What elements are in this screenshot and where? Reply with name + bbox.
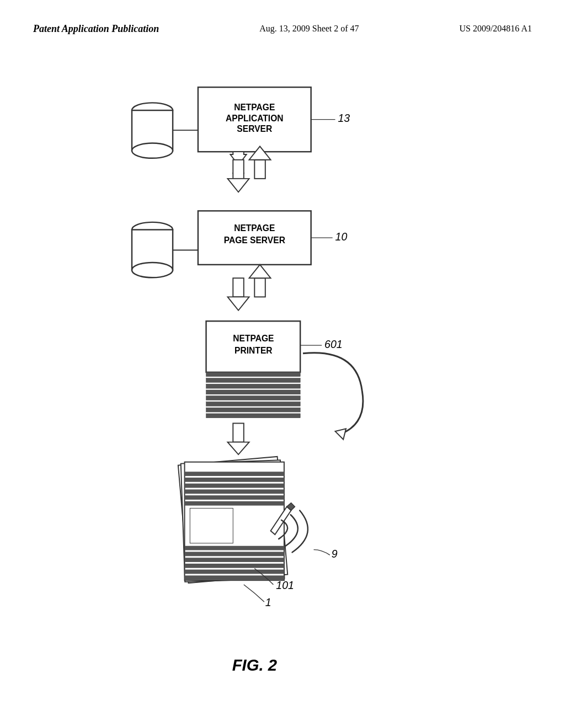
svg-text:SERVER: SERVER	[237, 124, 272, 133]
svg-text:1: 1	[265, 596, 271, 608]
svg-marker-12	[228, 179, 249, 192]
svg-rect-40	[233, 424, 244, 442]
svg-text:9: 9	[332, 548, 338, 560]
svg-text:13: 13	[338, 113, 350, 125]
svg-rect-54	[185, 558, 284, 562]
svg-rect-25	[254, 278, 265, 297]
svg-rect-53	[185, 552, 284, 556]
diagram-area: NETPAGE APPLICATION SERVER 13 NETPAGE PA…	[0, 47, 565, 692]
svg-marker-26	[249, 265, 271, 278]
svg-text:601: 601	[324, 338, 343, 350]
svg-rect-32	[206, 378, 301, 383]
svg-rect-35	[206, 396, 301, 400]
page-header: Patent Application Publication Aug. 13, …	[0, 0, 565, 47]
svg-rect-38	[206, 414, 301, 418]
publication-label: Patent Application Publication	[33, 22, 159, 36]
svg-text:FIG. 2: FIG. 2	[232, 656, 277, 674]
svg-text:10: 10	[335, 231, 348, 243]
svg-rect-47	[185, 484, 284, 488]
svg-rect-49	[185, 495, 284, 500]
svg-rect-51	[190, 508, 233, 543]
date-sheet-label: Aug. 13, 2009 Sheet 2 of 47	[259, 22, 359, 35]
svg-rect-23	[233, 278, 244, 297]
patent-number-label: US 2009/204816 A1	[459, 22, 532, 35]
svg-rect-48	[185, 490, 284, 494]
svg-text:PRINTER: PRINTER	[234, 346, 272, 355]
svg-rect-13	[254, 160, 265, 179]
svg-rect-33	[206, 384, 301, 389]
svg-rect-11	[233, 160, 244, 179]
svg-rect-45	[185, 472, 284, 476]
svg-text:PAGE SERVER: PAGE SERVER	[224, 235, 285, 245]
svg-rect-57	[185, 576, 284, 580]
svg-rect-56	[185, 570, 284, 574]
svg-marker-24	[228, 297, 249, 311]
svg-point-2	[132, 143, 173, 158]
svg-rect-31	[206, 372, 301, 377]
svg-text:NETPAGE: NETPAGE	[234, 224, 275, 233]
svg-rect-36	[206, 402, 301, 406]
svg-marker-41	[228, 442, 249, 454]
svg-point-17	[132, 263, 173, 277]
svg-text:NETPAGE: NETPAGE	[233, 334, 274, 343]
svg-text:APPLICATION: APPLICATION	[226, 114, 284, 123]
svg-rect-34	[206, 390, 301, 394]
svg-text:NETPAGE: NETPAGE	[234, 103, 275, 112]
svg-rect-55	[185, 564, 284, 568]
svg-rect-46	[185, 478, 284, 482]
svg-rect-52	[185, 546, 284, 550]
svg-text:101: 101	[276, 579, 294, 591]
svg-rect-50	[185, 501, 284, 506]
svg-marker-39	[335, 429, 347, 440]
svg-rect-37	[206, 408, 301, 412]
